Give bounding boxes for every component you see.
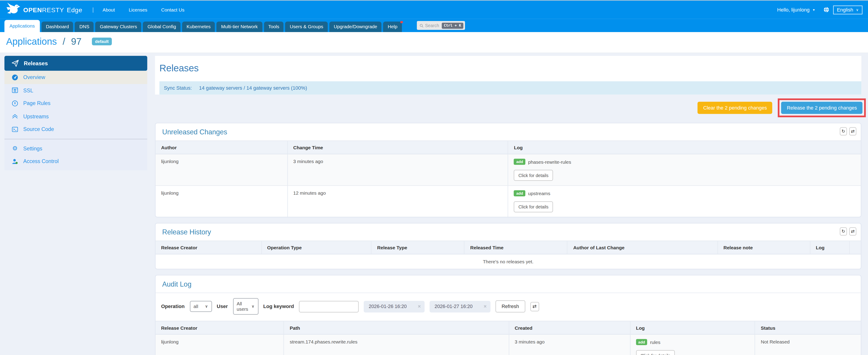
help-notification-dot (400, 21, 403, 23)
col-status: Status (755, 321, 861, 334)
col-released-time: Released Time (465, 241, 567, 254)
tab-users-groups[interactable]: Users & Groups (285, 21, 328, 32)
sidebar-item-access-control[interactable]: Access Control (4, 155, 147, 168)
main-panel: Releases Sync Status: 14 gateway servers… (155, 56, 862, 355)
language-selector[interactable]: English ∨ (833, 5, 863, 14)
sidebar-item-label: Page Rules (23, 100, 51, 106)
tab-global-config[interactable]: Global Config (143, 21, 180, 32)
clear-date-icon[interactable]: × (484, 304, 487, 309)
chevron-down-icon: ∨ (856, 7, 859, 12)
user-selected-value: All users (237, 301, 249, 312)
user-select[interactable]: All users ∨ (233, 298, 258, 315)
main-nav-tabbar: Applications Dashboard DNS Gateway Clust… (0, 19, 868, 32)
refresh-button[interactable]: Refresh (495, 300, 525, 313)
unreleased-changes-table: Author Change Time Log lijunlong 3 minut… (156, 140, 861, 217)
sidebar-item-upstreams[interactable]: Upstreams (4, 110, 147, 123)
empty-state-text: There's no releases yet. (156, 254, 861, 269)
chevron-down-icon: ∨ (205, 304, 208, 309)
log-target: upstreams (528, 190, 550, 196)
operation-selected-value: all (193, 304, 198, 309)
refresh-icon[interactable]: ↻ (840, 227, 847, 236)
cell-author: lijunlong (156, 186, 287, 217)
sidebar-item-page-rules[interactable]: Page Rules (4, 97, 147, 110)
brand-resty: RESTY (42, 6, 64, 13)
gauge-icon (11, 74, 18, 81)
tab-gateway-clusters[interactable]: Gateway Clusters (95, 21, 141, 32)
user-icon (11, 158, 18, 165)
col-extra (849, 241, 861, 254)
col-log: Log (630, 321, 755, 334)
swap-columns-icon[interactable]: ⇄ (849, 127, 857, 136)
tab-upgrade-downgrade[interactable]: Upgrade/Downgrade (329, 21, 381, 32)
user-filter-label: User (217, 304, 228, 309)
release-button-highlight-box: Release the 2 pending changes (778, 99, 866, 117)
tab-help[interactable]: Help (383, 21, 402, 32)
tab-multi-tier-network[interactable]: Multi-tier Network (217, 21, 262, 32)
tab-applications[interactable]: Applications (4, 20, 40, 32)
col-author-last-change: Author of Last Change (567, 241, 718, 254)
sidebar-item-label: Overview (23, 74, 45, 80)
top-nav-links: About Licenses Contact Us (103, 7, 184, 12)
sync-status-label: Sync Status: (164, 85, 192, 91)
add-badge: add (514, 190, 525, 196)
add-badge: add (636, 339, 647, 345)
sidebar-item-source-code[interactable]: Source Code (4, 123, 147, 136)
gear-icon: ⚙ (11, 145, 18, 151)
brand-text: OPENRESTYEdge (23, 6, 82, 13)
brand-open: OPEN (23, 6, 42, 13)
click-for-details-button[interactable]: Click for details (636, 350, 675, 355)
clear-pending-changes-button[interactable]: Clear the 2 pending changes (698, 102, 772, 114)
sidebar-item-overview[interactable]: Overview (4, 71, 147, 84)
tab-kubernetes[interactable]: Kubernetes (182, 21, 215, 32)
col-release-creator: Release Creator (156, 321, 284, 334)
nav-link-contact[interactable]: Contact Us (161, 7, 184, 12)
swap-columns-icon[interactable]: ⇄ (849, 227, 857, 236)
openresty-edge-app: OPENRESTYEdge | About Licenses Contact U… (0, 0, 868, 355)
click-for-details-button[interactable]: Click for details (514, 201, 553, 212)
global-search-input[interactable]: Search Ctrl + K (417, 21, 465, 30)
sidebar-item-label: SSL (23, 87, 33, 93)
tab-dashboard[interactable]: Dashboard (41, 21, 73, 32)
table-row: lijunlong stream.174.phases.rewrite.rule… (156, 334, 861, 355)
top-navbar: OPENRESTYEdge | About Licenses Contact U… (0, 0, 868, 19)
breadcrumb-app-id: 97 (71, 37, 81, 47)
breadcrumb-applications-link[interactable]: Applications (6, 37, 57, 47)
tab-dns[interactable]: DNS (75, 21, 94, 32)
nav-link-about[interactable]: About (103, 7, 115, 12)
cell-log: add rules Click for details (630, 334, 755, 355)
search-shortcut-badge: Ctrl + K (442, 22, 463, 29)
cell-change-time: 3 minutes ago (287, 154, 508, 186)
cell-path: stream.174.phases.rewrite.rules (284, 334, 509, 355)
cell-log: add phases-rewrite-rules Click for detai… (508, 154, 861, 186)
date-from-input[interactable]: 2026-01-26 16:20 × (364, 300, 425, 312)
unreleased-changes-title: Unreleased Changes (156, 123, 861, 140)
panel-tools: ↻ ⇄ (840, 227, 856, 236)
audit-log-title: Audit Log (156, 276, 861, 293)
operation-select[interactable]: all ∨ (190, 301, 212, 312)
swap-columns-icon[interactable]: ⇄ (530, 302, 539, 311)
sidebar-item-label: Releases (24, 60, 48, 66)
panel-tools: ↻ ⇄ (840, 127, 856, 136)
openresty-logo-icon (5, 2, 20, 17)
sidebar-item-ssl[interactable]: SSL (4, 84, 147, 97)
audit-log-filters: Operation all ∨ User All users ∨ Log key… (156, 293, 861, 321)
sidebar-item-releases[interactable]: Releases (4, 56, 147, 71)
cell-release-creator: lijunlong (156, 334, 284, 355)
release-pending-changes-button[interactable]: Release the 2 pending changes (781, 102, 862, 114)
search-icon (420, 24, 423, 27)
user-menu[interactable]: Hello, lijunlong ▾ (777, 7, 815, 12)
upstreams-icon (11, 113, 18, 119)
user-greeting: Hello, lijunlong (777, 7, 809, 12)
certificate-icon (11, 87, 18, 94)
tab-tools[interactable]: Tools (264, 21, 284, 32)
date-to-input[interactable]: 2026-01-27 16:20 × (430, 300, 491, 312)
col-log: Log (810, 241, 849, 254)
page-header: Applications / 97 default (0, 32, 868, 53)
sidebar-item-label: Settings (23, 145, 42, 151)
click-for-details-button[interactable]: Click for details (514, 170, 553, 181)
sidebar-item-settings[interactable]: ⚙ Settings (4, 142, 147, 155)
refresh-icon[interactable]: ↻ (840, 127, 847, 136)
nav-link-licenses[interactable]: Licenses (129, 7, 147, 12)
log-keyword-input[interactable] (299, 300, 359, 312)
clear-date-icon[interactable]: × (418, 304, 421, 309)
